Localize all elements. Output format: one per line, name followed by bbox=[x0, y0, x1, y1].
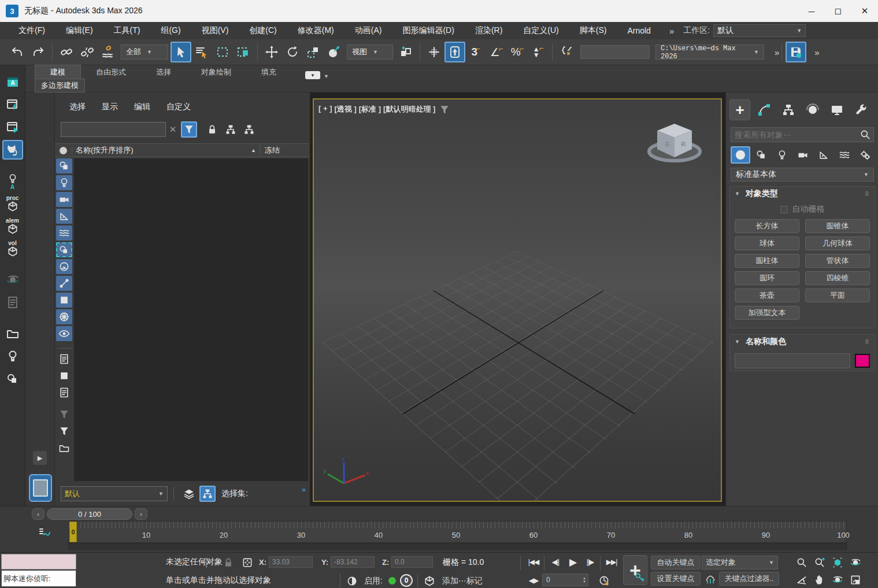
menu-views[interactable]: 视图(V) bbox=[191, 23, 239, 38]
rectangular-selection-region-button[interactable] bbox=[212, 42, 233, 62]
angle-snap-button[interactable]: ∠⌐ bbox=[486, 42, 507, 62]
go-to-start-button[interactable]: |◀◀ bbox=[525, 555, 542, 569]
menu-scripting[interactable]: 脚本(S) bbox=[569, 23, 617, 38]
menu-animation[interactable]: 动画(A) bbox=[344, 23, 392, 38]
menu-group[interactable]: 组(G) bbox=[150, 23, 191, 38]
frame-step-button[interactable]: ◀▶ bbox=[525, 574, 542, 587]
filter-bones-icon[interactable] bbox=[56, 276, 72, 291]
bind-to-space-warp-button[interactable] bbox=[98, 42, 118, 62]
tab-modify[interactable] bbox=[754, 99, 775, 120]
selection-lock-icon[interactable] bbox=[221, 555, 236, 570]
x-coord-field[interactable]: 33.03 bbox=[269, 556, 313, 568]
object-color-swatch[interactable] bbox=[855, 354, 870, 368]
light-group-icon[interactable] bbox=[2, 346, 23, 366]
zoom-all-button[interactable] bbox=[811, 554, 828, 571]
viewcube[interactable]: 左 前 bbox=[641, 116, 710, 173]
arnold-maxtoa-icon[interactable] bbox=[2, 140, 23, 160]
tab-create[interactable]: + bbox=[729, 99, 750, 120]
z-coord-field[interactable]: 0.0 bbox=[391, 556, 433, 568]
undo-button[interactable] bbox=[7, 42, 28, 62]
go-to-end-button[interactable]: ▶▶| bbox=[603, 555, 620, 569]
unlink-selection-button[interactable] bbox=[77, 42, 98, 62]
reference-coordinate-dropdown[interactable]: 视图 ▼ bbox=[347, 45, 393, 60]
category-lights[interactable] bbox=[772, 146, 792, 164]
ribbon-tab-populate[interactable]: 填充 bbox=[246, 65, 291, 79]
play-button[interactable]: ▶ bbox=[564, 555, 581, 569]
select-and-manipulate-button[interactable] bbox=[424, 42, 444, 62]
ribbon-panel-polygon-modeling[interactable]: 多边形建模 bbox=[35, 79, 85, 93]
spinner-snap-button[interactable]: ▲▼⌐ bbox=[528, 42, 549, 62]
create-cone-button[interactable]: 圆锥体 bbox=[805, 219, 870, 233]
arnold-render-selected-icon[interactable] bbox=[2, 293, 23, 312]
track-bar[interactable] bbox=[68, 543, 847, 550]
ribbon-tab-freeform[interactable]: 自由形式 bbox=[81, 65, 141, 79]
filter-settings-icon[interactable] bbox=[56, 424, 72, 439]
explorer-search-input[interactable] bbox=[61, 122, 166, 137]
toolbar-overflow-chevron-2[interactable]: » bbox=[814, 47, 818, 57]
maxscript-editor-icon[interactable] bbox=[2, 72, 23, 92]
list-view-icon[interactable] bbox=[56, 352, 72, 367]
spinner-arrows-icon[interactable]: ▲▼ bbox=[583, 576, 588, 583]
snaps-toggle-button[interactable] bbox=[444, 42, 465, 62]
viewport-shading-menu[interactable]: [默认明暗处理 ] bbox=[383, 104, 435, 116]
tab-hierarchy[interactable] bbox=[778, 99, 799, 120]
category-helpers[interactable] bbox=[814, 146, 833, 164]
zoom-button[interactable] bbox=[793, 554, 810, 571]
create-tube-button[interactable]: 管状体 bbox=[805, 254, 870, 268]
explorer-menu-customize[interactable]: 自定义 bbox=[166, 102, 191, 112]
time-ruler[interactable]: 0 10 20 30 40 50 60 70 80 90 100 bbox=[68, 521, 847, 543]
maximize-button[interactable]: ◻ bbox=[825, 0, 851, 22]
key-filters-button[interactable]: 关键点过滤器.. bbox=[719, 572, 779, 586]
clear-search-icon[interactable]: ✕ bbox=[166, 124, 180, 135]
arnold-alembic-icon[interactable]: alem bbox=[2, 216, 23, 236]
object-type-rollout-header[interactable]: ▼ 对象类型 ⠿ bbox=[730, 187, 875, 201]
collapse-hierarchy-button[interactable] bbox=[241, 121, 257, 138]
arnold-light-icon[interactable]: A bbox=[2, 171, 23, 191]
script-run-icon[interactable] bbox=[2, 117, 23, 137]
absolute-mode-transform-icon[interactable] bbox=[240, 555, 255, 570]
menu-file[interactable]: 文件(F) bbox=[8, 23, 55, 38]
explorer-filter-button[interactable] bbox=[181, 121, 197, 138]
new-container-icon[interactable] bbox=[56, 441, 72, 456]
menu-tools[interactable]: 工具(T) bbox=[103, 23, 151, 38]
render-setup-button[interactable] bbox=[786, 42, 806, 62]
perspective-viewport[interactable]: [ + ] [透视 ] [标准 ] [默认明暗处理 ] 左 前 bbox=[313, 98, 722, 502]
select-object-button[interactable] bbox=[171, 42, 191, 62]
blank-view-icon[interactable] bbox=[56, 368, 72, 383]
search-icon[interactable] bbox=[860, 129, 871, 140]
y-coord-field[interactable]: -83.142 bbox=[331, 556, 375, 568]
flyout-arrow-button[interactable]: ▶ bbox=[33, 451, 47, 465]
mini-curve-editor-button[interactable] bbox=[37, 525, 53, 540]
set-keys-button[interactable]: + bbox=[623, 555, 647, 585]
time-slider[interactable]: 0 bbox=[69, 522, 77, 542]
filter-containers-icon[interactable] bbox=[56, 293, 72, 308]
object-name-input[interactable] bbox=[735, 353, 850, 368]
ribbon-tab-object-paint[interactable]: 对象绘制 bbox=[186, 65, 246, 79]
menu-graph-editors[interactable]: 图形编辑器(D) bbox=[392, 23, 464, 38]
previous-key-button[interactable]: ◀|| bbox=[547, 555, 564, 569]
menu-rendering[interactable]: 渲染(R) bbox=[465, 23, 513, 38]
filter-systems-icon[interactable] bbox=[56, 309, 72, 324]
create-geosphere-button[interactable]: 几何球体 bbox=[805, 236, 870, 250]
current-frame-spinner[interactable]: 0 ▲▼ bbox=[542, 574, 588, 586]
isolate-selection-icon[interactable] bbox=[344, 574, 360, 588]
close-button[interactable]: ✕ bbox=[851, 0, 878, 22]
chevron-down-icon[interactable]: ▼ bbox=[324, 73, 329, 79]
redo-button[interactable] bbox=[28, 42, 49, 62]
name-color-rollout-header[interactable]: ▼ 名称和颜色 ⠿ bbox=[730, 335, 875, 349]
frame-counter[interactable]: 0 / 100 bbox=[47, 508, 132, 520]
menu-customize[interactable]: 自定义(U) bbox=[513, 23, 569, 38]
menu-overflow-chevron[interactable]: » bbox=[669, 26, 673, 36]
named-selection-set-input[interactable] bbox=[580, 45, 650, 59]
menu-edit[interactable]: 编辑(E) bbox=[55, 23, 103, 38]
filter-helpers-icon[interactable] bbox=[56, 209, 72, 224]
select-and-move-button[interactable] bbox=[261, 42, 282, 62]
filter-hidden-icon[interactable] bbox=[56, 326, 72, 341]
window-crossing-toggle[interactable] bbox=[233, 42, 254, 62]
category-geometry[interactable] bbox=[731, 146, 750, 164]
maxscript-mini-listener-input[interactable]: 脚本迷你侦听: bbox=[1, 570, 76, 587]
viewport-filter-icon[interactable] bbox=[439, 104, 450, 116]
tab-display[interactable] bbox=[827, 99, 847, 120]
create-plane-button[interactable]: 平面 bbox=[805, 289, 870, 302]
explorer-menu-select[interactable]: 选择 bbox=[69, 102, 86, 112]
